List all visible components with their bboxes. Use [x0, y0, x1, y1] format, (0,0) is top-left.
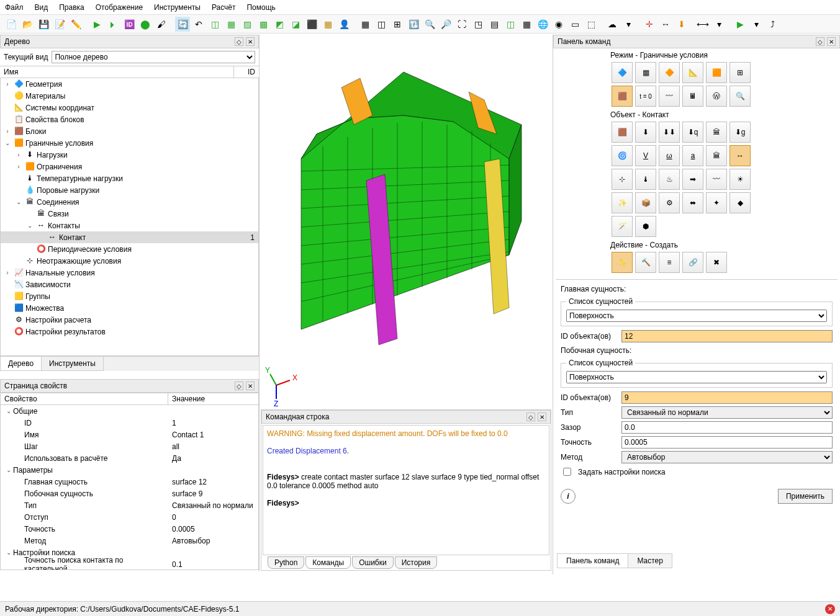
undo-icon[interactable]: ↶: [191, 17, 206, 32]
move-icon[interactable]: ↔: [658, 17, 673, 32]
tree-row[interactable]: ⌄🏛Соединения: [1, 196, 258, 208]
mode-cs-icon[interactable]: 📐: [682, 62, 703, 83]
cube9-icon[interactable]: ▤: [487, 17, 502, 32]
menu-display[interactable]: Отображение: [96, 3, 143, 12]
tree-row[interactable]: ⚙Настройки расчета: [1, 314, 258, 326]
obj-g-icon[interactable]: ⬇g: [729, 122, 751, 143]
menu-edit[interactable]: Правка: [59, 3, 84, 12]
apply-button[interactable]: Применить: [778, 489, 833, 504]
save-icon[interactable]: 💾: [36, 17, 51, 32]
obj-wave-icon[interactable]: 〰: [706, 169, 727, 190]
close-icon[interactable]: ✕: [246, 37, 255, 46]
mode-bc-icon[interactable]: 🟫: [612, 86, 633, 107]
obj-a-icon[interactable]: a: [682, 145, 703, 166]
detach-icon[interactable]: ◇: [235, 382, 243, 390]
obj-conv-icon[interactable]: ♨: [659, 169, 680, 190]
menu-tools[interactable]: Инструменты: [154, 3, 201, 12]
obj-beam-icon[interactable]: ⬌: [682, 192, 703, 213]
sec-id-input[interactable]: [621, 391, 833, 404]
cube7-icon[interactable]: ⬛: [304, 17, 319, 32]
viewport-3d[interactable]: X Y Z: [261, 35, 551, 407]
type-select[interactable]: Связанный по нормали: [621, 406, 833, 419]
grid-icon[interactable]: ▦: [358, 17, 373, 32]
tab-history[interactable]: История: [395, 556, 438, 569]
tab-cmd-panel[interactable]: Панель команд: [557, 553, 628, 568]
mode-geometry-icon[interactable]: 🔷: [612, 62, 633, 83]
tree-row[interactable]: ›📈Начальные условия: [1, 267, 258, 279]
tree-row[interactable]: ⌄↔Контакты: [1, 220, 258, 231]
gap-input[interactable]: [621, 421, 833, 434]
command-output[interactable]: WARNING: Missing fixed displacement amou…: [263, 425, 549, 555]
cube11-icon[interactable]: ▦: [519, 17, 534, 32]
person-icon[interactable]: 👤: [336, 17, 351, 32]
tree-row[interactable]: 🟡Материалы: [1, 90, 258, 102]
close-icon[interactable]: ✕: [827, 37, 836, 46]
obj-star-icon[interactable]: ✦: [706, 192, 727, 213]
action-delete-icon[interactable]: ✖: [706, 252, 727, 273]
drop-icon[interactable]: ▾: [621, 17, 636, 32]
tree-row[interactable]: ⌄🟧Граничные условия: [1, 137, 258, 149]
tree-row[interactable]: 📉Зависимости: [1, 279, 258, 290]
cloud-icon[interactable]: ☁: [605, 17, 620, 32]
tab-tree[interactable]: Дерево: [0, 357, 42, 371]
export-icon[interactable]: 📝: [52, 17, 67, 32]
close-icon[interactable]: ✕: [246, 382, 255, 390]
menu-help[interactable]: Помощь: [246, 3, 275, 12]
tree-row[interactable]: 💧Поровые нагрузки: [1, 184, 258, 196]
mode-mesh-icon[interactable]: ▦: [635, 62, 656, 83]
obj-col2-icon[interactable]: 🏛: [706, 145, 727, 166]
method-select[interactable]: Автовыбор: [621, 451, 833, 463]
action-edit-icon[interactable]: 🔨: [635, 252, 656, 273]
circle-icon[interactable]: ⬤: [138, 17, 153, 32]
obj-col-icon[interactable]: 🏛: [706, 122, 727, 143]
obj-spin-icon[interactable]: 🌀: [612, 145, 633, 166]
run-icon[interactable]: ▶: [733, 17, 747, 32]
mode-material-icon[interactable]: 🔶: [659, 62, 680, 83]
eye-icon[interactable]: ◉: [551, 17, 566, 32]
tree-row[interactable]: ›⬇Нагрузки: [1, 149, 258, 161]
tree-row[interactable]: ⭕Периодические условия: [1, 243, 258, 255]
mode-block-icon[interactable]: 🟧: [706, 62, 727, 83]
obj-abs-icon[interactable]: ⊹: [612, 169, 633, 190]
cube10-icon[interactable]: ◫: [503, 17, 518, 32]
open-icon[interactable]: 📂: [20, 17, 35, 32]
tree-row[interactable]: ⭕Настройки результатов: [1, 326, 258, 337]
tree-body[interactable]: ›🔷Геометрия🟡Материалы📐Системы координат📋…: [0, 78, 259, 356]
mode-t0-icon[interactable]: t = 0: [635, 86, 656, 107]
tab-wizard[interactable]: Мастер: [628, 553, 672, 568]
tree-row[interactable]: ↔Контакт1: [1, 231, 258, 243]
close-icon[interactable]: ✕: [538, 413, 546, 421]
obj-q-icon[interactable]: ⬇q: [682, 122, 703, 143]
obj-cluster-icon[interactable]: ⬢: [635, 216, 656, 237]
cube4-icon[interactable]: ▩: [256, 17, 271, 32]
current-view-select[interactable]: Полное дерево: [52, 51, 255, 63]
edit-icon[interactable]: ✏️: [68, 17, 83, 32]
obj-wand-icon[interactable]: 🪄: [612, 216, 633, 237]
obj-contact-icon[interactable]: ↔: [729, 145, 751, 166]
cross-icon[interactable]: ✛: [642, 17, 657, 32]
brush-icon[interactable]: 🖌: [154, 17, 169, 32]
cube2-icon[interactable]: ▦: [224, 17, 238, 32]
action-create-icon[interactable]: ✨: [612, 252, 633, 273]
menu-file[interactable]: Файл: [5, 3, 24, 12]
tab-python[interactable]: Python: [268, 556, 304, 569]
tab-errors[interactable]: Ошибки: [352, 556, 394, 569]
mode-result-icon[interactable]: 🔍: [729, 86, 751, 107]
cube1-icon[interactable]: ◫: [207, 17, 222, 32]
tree-row[interactable]: ⊹Неотражающие условия: [1, 255, 258, 267]
tab-commands[interactable]: Команды: [305, 556, 351, 569]
cube3-icon[interactable]: ▨: [240, 17, 255, 32]
tab-instruments[interactable]: Инструменты: [41, 357, 104, 371]
sec-entity-type-select[interactable]: Поверхность: [566, 371, 827, 383]
tree-row[interactable]: 🌡Температурные нагрузки: [1, 172, 258, 184]
info-icon[interactable]: i: [561, 489, 576, 504]
play-icon[interactable]: ▶: [89, 17, 104, 32]
search-checkbox[interactable]: [563, 468, 571, 476]
obj-load-icon[interactable]: 🟫: [612, 122, 633, 143]
obj-box-icon[interactable]: 📦: [635, 192, 656, 213]
fit-icon[interactable]: ⛶: [454, 17, 469, 32]
rotate-icon[interactable]: 🔄: [175, 17, 190, 32]
detach-icon[interactable]: ◇: [235, 37, 243, 46]
action-list-icon[interactable]: ≡: [659, 252, 680, 273]
cube6-icon[interactable]: ◪: [288, 17, 303, 32]
